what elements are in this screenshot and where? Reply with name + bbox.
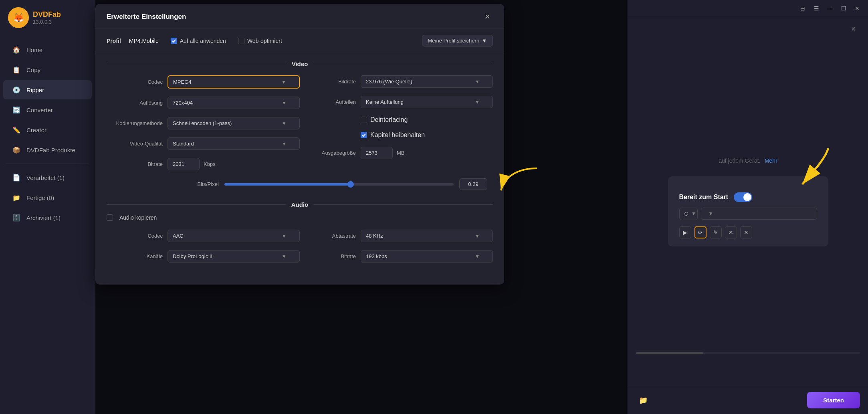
web-optimized-label: Web-optimiert — [247, 38, 282, 44]
profile-dropdown[interactable]: C ▼ — [679, 208, 698, 220]
web-optimized-checkbox[interactable] — [238, 38, 244, 44]
close-panel-button[interactable]: ✕ — [851, 25, 856, 33]
action-row: ▶ ⟳ ✎ ✕ ✕ — [679, 226, 817, 238]
encoding-select[interactable]: Schnell encoden (1-pass) ▼ — [168, 117, 300, 129]
output-size-control: 2573 MB — [361, 147, 493, 159]
bits-pixel-slider[interactable] — [224, 183, 454, 186]
bitrate-input[interactable]: 2031 — [168, 158, 200, 170]
samplerate-select[interactable]: 48 KHz ▼ — [361, 230, 493, 242]
output-size-label: Ausgabegröße — [300, 150, 356, 156]
hamburger-icon[interactable]: ☰ — [812, 4, 821, 13]
sidebar-item-label: Copy — [26, 67, 40, 73]
app-logo: 🦊 DVDFab 13.0.0.3 — [0, 0, 95, 35]
resolution-select[interactable]: 720x404 ▼ — [168, 97, 300, 109]
main-content: Erweiterte Einstellungen ✕ Profil MP4.Mo… — [95, 0, 628, 414]
audio-bitrate-label: Bitrate — [300, 253, 356, 259]
output-size-input[interactable]: 2573 — [361, 147, 393, 159]
yellow-arrow-annotation — [497, 166, 545, 198]
minimize-button[interactable]: — — [826, 4, 834, 13]
remove-button[interactable]: ✕ — [725, 226, 737, 238]
start-button[interactable]: Starten — [807, 392, 860, 408]
audio-codec-arrow: ▼ — [282, 233, 287, 239]
folder-button[interactable]: 📁 — [636, 393, 650, 408]
sidebar-item-copy[interactable]: 📋 Copy — [3, 60, 92, 79]
yellow-arrow-svg — [780, 144, 840, 192]
video-quality-select[interactable]: Standard ▼ — [168, 137, 300, 150]
creator-icon: ✏️ — [12, 125, 21, 134]
encoding-arrow: ▼ — [282, 121, 287, 126]
bits-pixel-label: Bits/Pixel — [175, 181, 219, 187]
refresh-button[interactable]: ⟳ — [694, 226, 707, 238]
audio-codec-control: AAC ▼ — [168, 230, 300, 242]
framerate-control: 23.976 (Wie Quelle) ▼ — [361, 75, 493, 88]
delete-button[interactable]: ✕ — [740, 226, 752, 238]
dialog-close-button[interactable]: ✕ — [482, 11, 493, 22]
audio-copy-checkbox[interactable] — [107, 214, 113, 221]
play-button[interactable]: ▶ — [679, 226, 691, 238]
sub-dropdown[interactable]: ▼ — [701, 208, 817, 220]
deinterlacing-checkbox[interactable] — [361, 117, 367, 123]
audio-codec-select[interactable]: AAC ▼ — [168, 230, 300, 242]
codec-select[interactable]: MPEG4 ▼ — [168, 75, 300, 89]
sidebar-item-ripper[interactable]: 💿 Ripper — [3, 80, 92, 99]
sidebar-item-label: Verarbeitet (1) — [26, 174, 65, 181]
framerate-row: Bildrate 23.976 (Wie Quelle) ▼ — [300, 71, 493, 92]
bits-pixel-value[interactable]: 0.29 — [459, 178, 487, 190]
video-right-col: Bildrate 23.976 (Wie Quelle) ▼ Aufteilen — [300, 71, 493, 174]
split-value: Keine Aufteilung — [366, 99, 404, 105]
audio-section-title: Audio — [291, 201, 309, 208]
sidebar-nav: 🏠 Home 📋 Copy 💿 Ripper 🔄 Converter ✏️ Cr… — [0, 35, 95, 414]
audio-left-line — [107, 204, 286, 205]
welcome-area: auf jedem Gerät. Mehr — [719, 157, 777, 164]
close-window-button[interactable]: ✕ — [853, 4, 862, 13]
channels-value: Dolby ProLogic II — [173, 253, 212, 259]
framerate-select[interactable]: 23.976 (Wie Quelle) ▼ — [361, 75, 493, 88]
sidebar-divider — [6, 164, 89, 164]
deinterlacing-row: Deinterlacing — [300, 112, 493, 127]
audio-copy-group: Audio kopieren — [107, 214, 493, 221]
ready-toggle[interactable] — [734, 192, 752, 202]
bitrate-label: Bitrate — [107, 161, 163, 167]
slider-thumb[interactable] — [347, 181, 354, 188]
split-select[interactable]: Keine Aufteilung ▼ — [361, 96, 493, 108]
scroll-indicator — [636, 352, 860, 354]
maximize-button[interactable]: ❒ — [839, 4, 848, 13]
encoding-row: Kodierungsmethode Schnell encoden (1-pas… — [107, 113, 300, 133]
sidebar-item-creator[interactable]: ✏️ Creator — [3, 120, 92, 139]
sidebar-item-archived[interactable]: 🗄️ Archiviert (1) — [3, 208, 92, 227]
split-control: Keine Aufteilung ▼ — [361, 96, 493, 108]
channels-select[interactable]: Dolby ProLogic II ▼ — [168, 250, 300, 263]
home-icon: 🏠 — [12, 45, 21, 54]
samplerate-label: Abtastrate — [300, 233, 356, 239]
sidebar-item-converter[interactable]: 🔄 Converter — [3, 100, 92, 119]
ready-row: Bereit zum Start — [679, 192, 817, 202]
sidebar-item-processed[interactable]: 📄 Verarbeitet (1) — [3, 168, 92, 187]
sidebar-item-dvdfab-products[interactable]: 📦 DVDFab Produkte — [3, 140, 92, 160]
done-icon: 📁 — [12, 193, 21, 202]
taskbar-icon[interactable]: ⊟ — [798, 4, 807, 13]
framerate-arrow: ▼ — [475, 79, 480, 85]
channels-label: Kanäle — [107, 253, 163, 259]
audio-bitrate-select[interactable]: 192 kbps ▼ — [361, 250, 493, 263]
channels-row: Kanäle Dolby ProLogic II ▼ — [107, 246, 300, 267]
chapters-checkbox[interactable] — [361, 132, 367, 138]
edit-button[interactable]: ✎ — [710, 226, 722, 238]
apply-all-checkbox[interactable] — [171, 38, 177, 44]
bitrate-unit: Kbps — [204, 161, 220, 167]
audio-section-header: Audio — [95, 194, 504, 212]
right-panel-header: ⊟ ☰ — ❒ ✕ — [628, 0, 868, 17]
processed-icon: 📄 — [12, 173, 21, 182]
audio-form-grid: Codec AAC ▼ Kanäle Dol — [95, 223, 504, 267]
save-profile-button[interactable]: Meine Profil speichern ▼ — [422, 35, 493, 46]
channels-arrow: ▼ — [282, 254, 287, 259]
video-right-line — [313, 64, 493, 64]
mehr-link[interactable]: Mehr — [765, 158, 777, 164]
sidebar-item-done[interactable]: 📁 Fertige (0) — [3, 188, 92, 207]
sidebar-item-home[interactable]: 🏠 Home — [3, 40, 92, 59]
right-panel: ⊟ ☰ — ❒ ✕ ✕ auf jedem Gerät. Mehr Bereit… — [628, 0, 868, 414]
slider-fill — [224, 183, 351, 186]
bits-pixel-row: Bits/Pixel 0.29 — [107, 174, 493, 194]
logo-text: DVDFab 13.0.0.3 — [33, 10, 61, 25]
products-icon: 📦 — [12, 145, 21, 154]
welcome-text: auf jedem Gerät. — [719, 158, 760, 164]
